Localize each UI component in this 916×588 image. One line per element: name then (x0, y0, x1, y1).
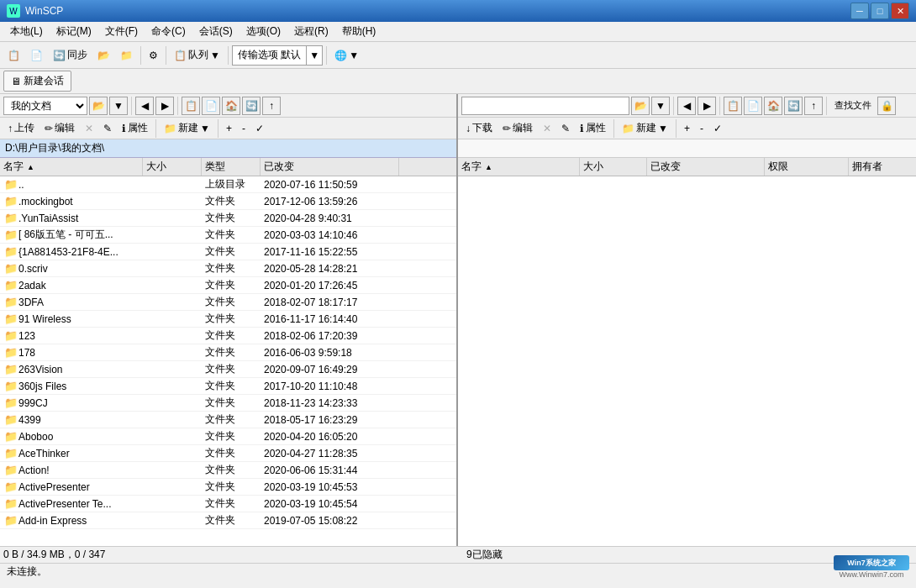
left-delete-btn[interactable]: ✕ (81, 119, 97, 138)
right-properties-btn[interactable]: ℹ 属性 (576, 119, 610, 138)
right-add-btn[interactable]: + (680, 119, 694, 138)
toolbar-btn-3[interactable]: 🔄 同步 (49, 45, 92, 66)
right-home-btn[interactable]: 🏠 (764, 97, 782, 115)
right-rename-btn[interactable]: ✎ (557, 119, 574, 138)
toolbar-network[interactable]: 🌐 ▼ (330, 45, 363, 66)
list-item[interactable]: 📁 999CJ 文件夹 2018-11-23 14:23:33 (0, 395, 456, 412)
list-item[interactable]: 📁 AceThinker 文件夹 2020-04-27 11:28:35 (0, 445, 456, 462)
right-header-name[interactable]: 名字 ▲ (458, 158, 580, 176)
right-address-input[interactable] (461, 97, 629, 115)
list-item[interactable]: 📁 360js Files 文件夹 2017-10-20 11:10:48 (0, 378, 456, 395)
maximize-button[interactable]: □ (871, 3, 889, 19)
toolbar-btn-5[interactable]: 📁 (116, 45, 137, 66)
transfer-options-dropdown[interactable]: 传输选项 默认 ▼ (232, 45, 323, 66)
list-item[interactable]: 📁 91 Wireless 文件夹 2016-11-17 16:14:40 (0, 311, 456, 328)
menu-session[interactable]: 会话(S) (192, 22, 240, 41)
right-parent-btn[interactable]: ↑ (804, 97, 823, 115)
list-item[interactable]: 📁 .YunTaiAssist 文件夹 2020-04-28 9:40:31 (0, 210, 456, 227)
list-item[interactable]: 📁 ActivePresenter 文件夹 2020-03-19 10:45:5… (0, 479, 456, 496)
right-refresh-btn[interactable]: 🔄 (784, 97, 803, 115)
right-find-btn[interactable]: 查找文件 (830, 95, 876, 117)
right-header-date[interactable]: 已改变 (647, 158, 765, 176)
close-button[interactable]: ✕ (891, 3, 909, 19)
menu-remote[interactable]: 远程(R) (287, 22, 335, 41)
left-upload-btn[interactable]: ↑ 上传 (3, 119, 39, 138)
left-properties-btn[interactable]: ℹ 属性 (118, 119, 152, 138)
left-header-date[interactable]: 已改变 (261, 158, 399, 176)
right-browse-btn[interactable]: 📂 (631, 97, 650, 115)
left-edit-btn[interactable]: ✏ 编辑 (40, 119, 79, 138)
file-type-cell: 文件夹 (202, 345, 261, 360)
right-back-btn[interactable]: ◀ (677, 97, 696, 115)
right-download-btn[interactable]: ↓ 下载 (461, 119, 497, 138)
right-paste-btn[interactable]: 📄 (744, 97, 762, 115)
left-refresh-btn[interactable]: 🔄 (242, 97, 261, 115)
list-item[interactable]: 📁 ActivePresenter Te... 文件夹 2020-03-19 1… (0, 496, 456, 512)
right-delete-btn[interactable]: ✕ (539, 119, 555, 138)
file-date-cell: 2016-06-03 9:59:18 (261, 347, 399, 359)
left-copy-btn[interactable]: 📋 (182, 97, 200, 115)
left-filter-btn[interactable]: ▼ (109, 97, 128, 115)
list-item[interactable]: 📁 {1A881453-21F8-4E... 文件夹 2017-11-16 15… (0, 244, 456, 260)
right-filter-btn[interactable]: ▼ (651, 97, 670, 115)
left-new-btn[interactable]: 📁 新建 ▼ (160, 119, 214, 138)
list-item[interactable]: 📁 Action! 文件夹 2020-06-06 15:31:44 (0, 462, 456, 479)
file-date-cell: 2018-02-07 18:17:17 (261, 297, 399, 308)
toolbar-btn-1[interactable]: 📋 (3, 45, 24, 66)
file-name-cell: 📁 ActivePresenter (0, 480, 143, 493)
right-forward-btn[interactable]: ▶ (698, 97, 716, 115)
right-remove-btn[interactable]: - (696, 119, 708, 138)
left-parent-btn[interactable]: ↑ (262, 97, 281, 115)
right-check-btn[interactable]: ✓ (709, 119, 726, 138)
list-item[interactable]: 📁 2adak 文件夹 2020-01-20 17:26:45 (0, 277, 456, 294)
list-item[interactable]: 📁 [ 86版五笔 - 可可五... 文件夹 2020-03-03 14:10:… (0, 227, 456, 244)
right-header-owner[interactable]: 拥有者 (849, 158, 916, 176)
menu-options[interactable]: 选项(O) (240, 22, 287, 41)
minimize-button[interactable]: ─ (850, 3, 869, 19)
right-edit-btn[interactable]: ✏ 编辑 (498, 119, 537, 138)
new-session-button[interactable]: 🖥 新建会话 (3, 71, 71, 92)
left-remove-btn[interactable]: - (238, 119, 250, 138)
left-header-type[interactable]: 类型 (202, 158, 261, 176)
list-item[interactable]: 📁 4399 文件夹 2018-05-17 16:23:29 (0, 412, 456, 428)
left-drive-select[interactable]: 我的文档 (3, 97, 87, 115)
left-header-name[interactable]: 名字 ▲ (0, 158, 143, 176)
right-header-perm[interactable]: 权限 (765, 158, 849, 176)
menu-command[interactable]: 命令(C) (145, 22, 192, 41)
list-item[interactable]: 📁 3DFA 文件夹 2018-02-07 18:17:17 (0, 294, 456, 311)
left-check-btn[interactable]: ✓ (251, 119, 268, 138)
paste-icon: 📄 (30, 50, 43, 61)
left-rename-btn[interactable]: ✎ (99, 119, 116, 138)
list-item[interactable]: 📁 Add-in Express 文件夹 2019-07-05 15:08:22 (0, 512, 456, 529)
menu-mark[interactable]: 标记(M) (50, 22, 98, 41)
right-sub-sep (613, 119, 614, 138)
list-item[interactable]: 📁 0.scriv 文件夹 2020-05-28 14:28:21 (0, 260, 456, 277)
toolbar-btn-4[interactable]: 📂 (93, 45, 114, 66)
right-rename-icon: ✎ (561, 123, 570, 134)
menu-local[interactable]: 本地(L) (3, 22, 50, 41)
left-file-list[interactable]: 📁 .. 上级目录 2020-07-16 11:50:59 📁 .mocking… (0, 176, 456, 546)
right-header-size[interactable]: 大小 (580, 158, 647, 176)
toolbar-btn-2[interactable]: 📄 (26, 45, 47, 66)
left-browse-btn[interactable]: 📂 (89, 97, 108, 115)
list-item[interactable]: 📁 .. 上级目录 2020-07-16 11:50:59 (0, 176, 456, 193)
menu-help[interactable]: 帮助(H) (335, 22, 383, 41)
left-paste-btn[interactable]: 📄 (202, 97, 220, 115)
left-header-size[interactable]: 大小 (143, 158, 202, 176)
list-item[interactable]: 📁 Aboboo 文件夹 2020-04-20 16:05:20 (0, 428, 456, 445)
left-add-btn[interactable]: + (222, 119, 236, 138)
list-item[interactable]: 📁 123 文件夹 2018-02-06 17:20:39 (0, 328, 456, 344)
list-item[interactable]: 📁 263Vision 文件夹 2020-09-07 16:49:29 (0, 361, 456, 378)
left-forward-btn[interactable]: ▶ (155, 97, 174, 115)
left-home-btn[interactable]: 🏠 (222, 97, 240, 115)
right-extra-btn[interactable]: 🔒 (877, 97, 896, 115)
list-item[interactable]: 📁 .mockingbot 文件夹 2017-12-06 13:59:26 (0, 193, 456, 210)
right-new-btn[interactable]: 📁 新建 ▼ (618, 119, 672, 138)
toolbar-queue[interactable]: 📋 队列 ▼ (170, 45, 224, 66)
left-back-btn[interactable]: ◀ (135, 97, 154, 115)
right-file-list[interactable] (458, 176, 916, 546)
list-item[interactable]: 📁 178 文件夹 2016-06-03 9:59:18 (0, 344, 456, 361)
toolbar-settings[interactable]: ⚙ (145, 45, 162, 66)
right-copy-btn[interactable]: 📋 (724, 97, 742, 115)
menu-file[interactable]: 文件(F) (98, 22, 145, 41)
